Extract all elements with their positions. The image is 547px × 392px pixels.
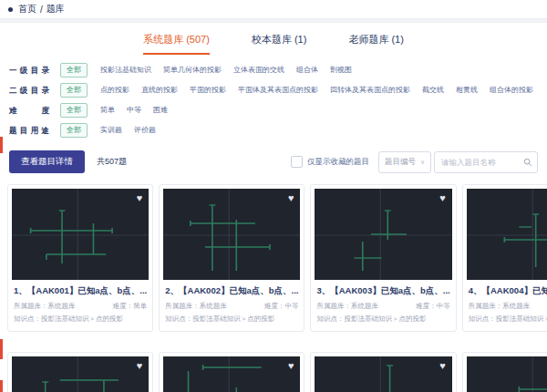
card-grid: ♥1、【AAK001】已知a点、b点、...所属题库：系统题库难度：简单知识点：… xyxy=(7,184,540,392)
filter-all-level1[interactable]: 全部 xyxy=(60,63,88,77)
tab-teacher[interactable]: 老师题库 (1) xyxy=(348,33,404,55)
favorites-only-label[interactable]: 仅显示收藏的题目 xyxy=(307,157,369,168)
filter-option[interactable]: 组合体的投影 xyxy=(490,85,533,96)
search-input[interactable] xyxy=(439,157,523,168)
tab-system[interactable]: 系统题库 (507) xyxy=(143,33,210,55)
filter-section: 一级目录全部投影法基础知识简单几何体的投影立体表面的交线组合体剖视图二级目录全部… xyxy=(0,55,547,138)
filter-option[interactable]: 平面的投影 xyxy=(190,85,226,96)
figure-drawing xyxy=(315,189,451,280)
favorites-only-checkbox[interactable] xyxy=(291,156,303,168)
question-title: 1、【AAK001】已知a点、b点、... xyxy=(12,285,149,297)
figure-drawing xyxy=(163,356,300,392)
tab-bar: 系统题库 (507)校本题库 (1)老师题库 (1) xyxy=(0,23,547,55)
filter-option[interactable]: 平面体及其表面点的投影 xyxy=(238,85,318,96)
question-thumbnail: ♥ xyxy=(467,356,547,392)
question-number-select[interactable]: 题目编号 ∨ xyxy=(378,151,431,173)
favorite-heart-icon[interactable]: ♥ xyxy=(439,361,446,371)
filter-all-level2[interactable]: 全部 xyxy=(60,83,88,98)
question-title: 4、【AAK004】已知a点、b点、... xyxy=(467,285,547,297)
question-meta: 所属题库：系统题库难度：中等 xyxy=(467,302,547,311)
question-card[interactable]: ♥1、【AAK001】已知a点、b点、...所属题库：系统题库难度：简单知识点：… xyxy=(7,184,153,332)
search-icon[interactable] xyxy=(523,158,532,167)
question-difficulty: 难度：中等 xyxy=(416,302,450,311)
question-library: 所属题库：系统题库 xyxy=(14,302,76,311)
search-box xyxy=(434,151,538,173)
breadcrumb-dot-icon xyxy=(8,7,13,12)
question-meta: 所属题库：系统题库难度：中等 xyxy=(163,302,300,311)
left-edge-artifact xyxy=(0,137,3,153)
filter-option[interactable]: 困难 xyxy=(153,105,168,116)
filter-label-level1: 一级目录 xyxy=(9,65,49,76)
question-card[interactable]: ♥ xyxy=(159,352,304,392)
total-count-label: 共507题 xyxy=(97,156,127,168)
view-question-detail-button[interactable]: 查看题目详情 xyxy=(9,150,85,173)
filter-label-level2: 二级目录 xyxy=(9,85,49,96)
question-library: 所属题库：系统题库 xyxy=(165,302,227,311)
left-edge-artifact xyxy=(0,380,3,392)
question-card[interactable]: ♥3、【AAK003】已知a点、b点、...所属题库：系统题库难度：中等知识点：… xyxy=(310,184,456,332)
question-meta: 所属题库：系统题库难度：中等 xyxy=(315,302,451,311)
toolbar: 查看题目详情 共507题 仅显示收藏的题目 题目编号 ∨ xyxy=(9,150,538,173)
filter-option[interactable]: 投影法基础知识 xyxy=(100,65,151,76)
filter-row-difficulty: 难度全部简单中等困难 xyxy=(9,103,538,118)
filter-option[interactable]: 相贯线 xyxy=(456,85,478,96)
question-title: 2、【AAK002】已知a点、b点、... xyxy=(163,285,300,297)
filter-option[interactable]: 直线的投影 xyxy=(141,85,178,96)
question-card[interactable]: ♥ xyxy=(310,352,456,392)
chevron-down-icon: ∨ xyxy=(420,159,425,166)
figure-drawing xyxy=(315,356,451,392)
filter-option[interactable]: 截交线 xyxy=(422,85,444,96)
filter-row-level2: 二级目录全部点的投影直线的投影平面的投影平面体及其表面点的投影回转体及其表面点的… xyxy=(9,83,538,98)
question-thumbnail: ♥ xyxy=(315,356,451,392)
filter-all-usage[interactable]: 全部 xyxy=(60,123,88,138)
left-edge-artifact xyxy=(0,339,3,359)
filter-all-difficulty[interactable]: 全部 xyxy=(60,103,88,118)
filter-option[interactable]: 点的投影 xyxy=(100,85,129,96)
filter-option[interactable]: 剖视图 xyxy=(330,65,352,76)
main-panel: 系统题库 (507)校本题库 (1)老师题库 (1) 一级目录全部投影法基础知识… xyxy=(0,23,547,392)
breadcrumb: 首页 / 题库 xyxy=(0,0,547,19)
question-card[interactable]: ♥ xyxy=(462,352,547,392)
filter-options-level1: 投影法基础知识简单几何体的投影立体表面的交线组合体剖视图 xyxy=(100,65,352,76)
tab-school[interactable]: 校本题库 (1) xyxy=(252,33,307,55)
figure-drawing xyxy=(467,189,547,280)
filter-option[interactable]: 组合体 xyxy=(296,65,318,76)
question-card[interactable]: ♥4、【AAK004】已知a点、b点、...所属题库：系统题库难度：中等知识点：… xyxy=(462,184,547,332)
question-number-select-value: 题目编号 xyxy=(385,157,416,168)
question-thumbnail: ♥ xyxy=(315,189,451,280)
filter-row-level1: 一级目录全部投影法基础知识简单几何体的投影立体表面的交线组合体剖视图 xyxy=(9,63,538,77)
filter-row-usage: 题目用途全部实训题评价题 xyxy=(9,123,538,138)
filter-option[interactable]: 评价题 xyxy=(134,125,156,136)
question-thumbnail: ♥ xyxy=(163,189,300,280)
question-knowledge: 知识点：投影法基础知识＞点的投影 xyxy=(163,315,300,324)
figure-drawing xyxy=(12,189,149,280)
figure-drawing xyxy=(163,189,300,280)
figure-drawing xyxy=(12,356,149,392)
filter-option[interactable]: 实训题 xyxy=(100,125,122,136)
favorite-heart-icon[interactable]: ♥ xyxy=(137,193,143,203)
question-thumbnail: ♥ xyxy=(163,356,300,392)
filter-option[interactable]: 立体表面的交线 xyxy=(233,65,284,76)
filter-option[interactable]: 回转体及其表面点的投影 xyxy=(330,85,410,96)
question-library: 所属题库：系统题库 xyxy=(469,302,531,311)
filter-option[interactable]: 简单几何体的投影 xyxy=(163,65,222,76)
favorite-heart-icon[interactable]: ♥ xyxy=(288,361,294,371)
toolbar-right: 仅显示收藏的题目 题目编号 ∨ xyxy=(291,151,538,173)
favorite-heart-icon[interactable]: ♥ xyxy=(288,193,294,203)
question-card[interactable]: ♥2、【AAK002】已知a点、b点、...所属题库：系统题库难度：中等知识点：… xyxy=(159,184,304,332)
favorite-heart-icon[interactable]: ♥ xyxy=(439,193,446,203)
filter-options-usage: 实训题评价题 xyxy=(100,125,156,136)
question-title: 3、【AAK003】已知a点、b点、... xyxy=(315,285,451,297)
question-knowledge: 知识点：投影法基础知识＞点的投影 xyxy=(467,315,547,324)
question-library: 所属题库：系统题库 xyxy=(316,302,378,311)
breadcrumb-home[interactable]: 首页 xyxy=(18,3,36,15)
filter-label-difficulty: 难度 xyxy=(9,105,49,116)
filter-option[interactable]: 简单 xyxy=(100,105,115,116)
question-card[interactable]: ♥ xyxy=(7,352,153,392)
filter-option[interactable]: 中等 xyxy=(127,105,141,116)
question-difficulty: 难度：中等 xyxy=(264,302,299,311)
favorite-heart-icon[interactable]: ♥ xyxy=(137,361,143,371)
filter-options-difficulty: 简单中等困难 xyxy=(100,105,168,116)
filter-label-usage: 题目用途 xyxy=(9,125,49,136)
question-difficulty: 难度：简单 xyxy=(113,302,148,311)
